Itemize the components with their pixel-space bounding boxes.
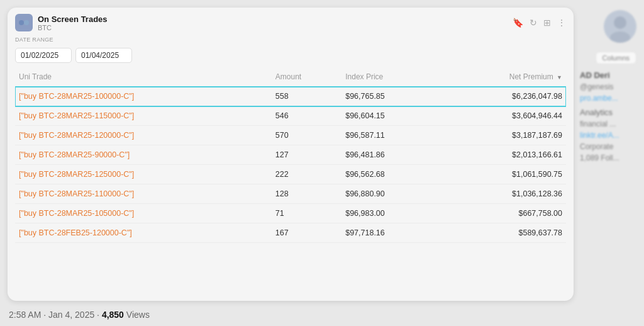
cell-trade: ["buy BTC-28MAR25-120000-C"] [15,126,272,145]
cell-amount: 127 [272,145,341,165]
cell-amount: 222 [272,165,341,184]
cell-index-price: $96,604.15 [341,106,440,126]
date-to-input[interactable] [75,48,132,63]
col-index-price: Index Price [341,69,440,87]
table-row: ["buy BTC-28FEB25-120000-C"]167$97,718.1… [15,223,566,243]
cell-index-price: $96,562.68 [341,165,440,184]
cell-index-price: $96,765.85 [341,87,440,106]
cell-amount: 167 [272,223,341,243]
trades-table: Uni Trade Amount Index Price Net Premium… [15,69,566,243]
cell-trade: ["buy BTC-28MAR25-115000-C"] [15,106,272,126]
date-range-label: Date Range [15,37,566,43]
columns-button[interactable]: Columns [596,52,636,64]
pro-link[interactable]: pro.ambe... [580,94,636,103]
cell-net-premium: $1,036,128.36 [440,184,566,204]
cell-net-premium: $3,187,187.69 [440,126,566,145]
cell-trade: ["buy BTC-28MAR25-90000-C"] [15,145,272,165]
bookmark-icon[interactable]: 🔖 [513,18,523,28]
linktree-link[interactable]: linktr.ee/A... [580,131,636,140]
app-logo [15,14,33,31]
trades-table-container: Uni Trade Amount Index Price Net Premium… [15,69,566,293]
table-row: ["buy BTC-28MAR25-110000-C"]128$96,880.9… [15,184,566,204]
table-row: ["buy BTC-28MAR25-100000-C"]558$96,765.8… [15,87,566,106]
cell-net-premium: $667,758.00 [440,204,566,223]
table-row: ["buy BTC-28MAR25-105000-C"]71$96,983.00… [15,204,566,223]
cell-amount: 558 [272,87,341,106]
cell-trade: ["buy BTC-28MAR25-105000-C"] [15,204,272,223]
table-row: ["buy BTC-28MAR25-125000-C"]222$96,562.6… [15,165,566,184]
svg-point-0 [19,20,24,25]
date-inputs-group [15,48,566,63]
svg-point-3 [614,16,626,29]
avatar [604,10,636,43]
card-subtitle: BTC [38,24,108,31]
svg-point-1 [24,20,29,25]
footer: 2:58 AM · Jan 4, 2025 · 4,850 Views [0,301,644,326]
cell-index-price: $96,983.00 [341,204,440,223]
date-from-input[interactable] [15,48,72,63]
table-row: ["buy BTC-28MAR25-120000-C"]570$96,587.1… [15,126,566,145]
analytics-text: Analytics [580,108,636,117]
views-count: 4,850 [102,310,124,320]
expand-icon[interactable]: ⊞ [543,18,551,28]
table-header: Uni Trade Amount Index Price Net Premium… [15,69,566,87]
header-text-group: On Screen Trades BTC [38,14,108,31]
refresh-icon[interactable]: ↻ [530,18,537,28]
post-time: 2:58 AM · Jan 4, 2025 · [9,310,102,320]
more-icon[interactable]: ⋮ [557,18,566,28]
cell-trade: ["buy BTC-28FEB25-120000-C"] [15,223,272,243]
cell-net-premium: $2,013,166.61 [440,145,566,165]
card-header: On Screen Trades BTC 🔖 ↻ ⊞ ⋮ [15,14,566,31]
cell-net-premium: $3,604,946.44 [440,106,566,126]
sort-arrow: ▼ [557,74,562,81]
card-title: On Screen Trades [38,14,108,24]
cell-net-premium: $6,236,047.98 [440,87,566,106]
cell-trade: ["buy BTC-28MAR25-125000-C"] [15,165,272,184]
cell-amount: 546 [272,106,341,126]
cell-amount: 128 [272,184,341,204]
followers-text: 1,089 Foll... [580,154,636,162]
header-icons-group: 🔖 ↻ ⊞ ⋮ [513,18,566,28]
right-panel: Columns AD Deri @genesis pro.ambe... Ana… [580,8,636,301]
cell-trade: ["buy BTC-28MAR25-110000-C"] [15,184,272,204]
cell-amount: 71 [272,204,341,223]
col-uni-trade: Uni Trade [15,69,272,87]
cell-index-price: $97,718.16 [341,223,440,243]
trades-card: On Screen Trades BTC 🔖 ↻ ⊞ ⋮ Date Range [8,8,574,301]
ad-text: AD Deri [580,70,636,80]
cell-index-price: $96,587.11 [341,126,440,145]
genesis-text: @genesis [580,82,636,91]
table-body: ["buy BTC-28MAR25-100000-C"]558$96,765.8… [15,87,566,243]
cell-net-premium: $589,637.78 [440,223,566,243]
table-row: ["buy BTC-28MAR25-90000-C"]127$96,481.86… [15,145,566,165]
col-net-premium[interactable]: Net Premium ▼ [440,69,566,87]
table-row: ["buy BTC-28MAR25-115000-C"]546$96,604.1… [15,106,566,126]
cell-trade: ["buy BTC-28MAR25-100000-C"] [15,87,272,106]
col-amount: Amount [272,69,341,87]
date-range-section: Date Range [15,37,566,63]
cell-index-price: $96,481.86 [341,145,440,165]
cell-amount: 570 [272,126,341,145]
cell-index-price: $96,880.90 [341,184,440,204]
cell-net-premium: $1,061,590.75 [440,165,566,184]
corporate-text: Corporate [580,142,636,151]
views-label: Views [124,310,150,320]
financial-text: financial ... [580,120,636,128]
